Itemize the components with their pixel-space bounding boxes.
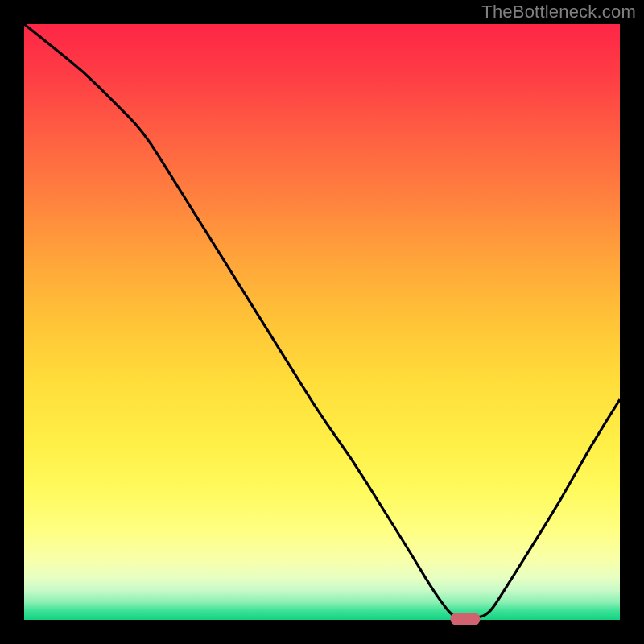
plot-area bbox=[24, 24, 620, 620]
chart-frame: TheBottleneck.com bbox=[0, 0, 644, 644]
optimal-marker bbox=[450, 613, 480, 625]
curve-layer bbox=[24, 24, 620, 620]
gap-curve-path bbox=[24, 24, 620, 618]
watermark-label: TheBottleneck.com bbox=[481, 2, 636, 23]
